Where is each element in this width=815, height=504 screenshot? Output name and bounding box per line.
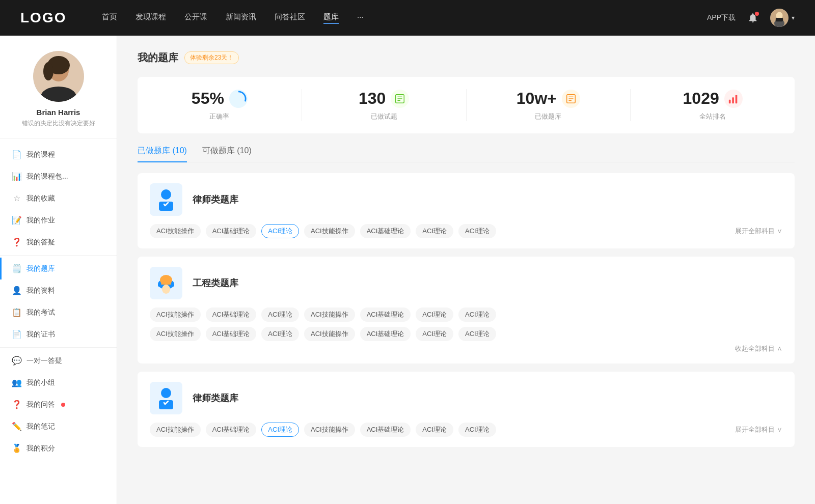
sidebar-item-homework[interactable]: 📝 我的作业: [0, 209, 117, 231]
collapse-link-2[interactable]: 收起全部科目 ∧: [150, 344, 782, 353]
expand-link-1[interactable]: 展开全部科目 ∨: [735, 227, 782, 236]
tag[interactable]: ACI技能操作: [150, 423, 201, 437]
done-banks-icon: [562, 90, 580, 108]
nav-questionbank[interactable]: 题库: [323, 12, 339, 24]
sidebar-item-group[interactable]: 👥 我的小组: [0, 372, 117, 394]
accuracy-value: 55%: [192, 89, 224, 108]
svg-point-22: [161, 189, 171, 200]
tag[interactable]: ACI基础理论: [206, 307, 257, 322]
cert-icon: 📄: [12, 329, 21, 339]
qbank2-tags-row2: ACI技能操作 ACI基础理论 ACI理论 ACI技能操作 ACI基础理论 AC…: [150, 327, 782, 341]
tag[interactable]: ACI理论: [261, 327, 299, 341]
svg-rect-31: [159, 400, 173, 409]
nav-courses[interactable]: 发现课程: [135, 12, 166, 24]
tag[interactable]: ACI基础理论: [206, 224, 257, 238]
tag[interactable]: ACI理论: [416, 224, 453, 238]
logo[interactable]: LOGO: [20, 10, 71, 26]
done-questions-value: 130: [359, 89, 386, 108]
sidebar-item-courses[interactable]: 📄 我的课程: [0, 144, 117, 165]
svg-point-30: [161, 388, 171, 398]
nav-news[interactable]: 新闻资讯: [226, 12, 256, 24]
avatar: [770, 9, 789, 27]
tag[interactable]: ACI技能操作: [150, 307, 201, 322]
tag[interactable]: ACI基础理论: [206, 423, 257, 437]
tag[interactable]: ACI技能操作: [304, 307, 355, 322]
tag[interactable]: ACI基础理论: [360, 423, 411, 437]
profile-motto: 错误的决定比没有决定要好: [22, 119, 95, 128]
chat-icon: 💬: [12, 356, 21, 366]
tag-active[interactable]: ACI理论: [261, 224, 299, 238]
question-icon: ❓: [12, 237, 21, 247]
tag[interactable]: ACI技能操作: [304, 327, 355, 341]
trial-badge: 体验剩余23天！: [184, 51, 239, 64]
sidebar-item-cert[interactable]: 📄 我的证书: [0, 323, 117, 345]
qbank3-tags: ACI技能操作 ACI基础理论 ACI理论 ACI技能操作 ACI基础理论 AC…: [150, 423, 782, 437]
sidebar-item-coursepack[interactable]: 📊 我的课程包...: [0, 165, 117, 187]
tag-active[interactable]: ACI理论: [261, 423, 299, 437]
tag[interactable]: ACI基础理论: [360, 224, 411, 238]
tag[interactable]: ACI技能操作: [150, 327, 201, 341]
svg-point-8: [43, 62, 53, 80]
tag[interactable]: ACI技能操作: [150, 224, 201, 238]
done-banks-label: 已做题库: [535, 112, 561, 121]
stat-ranking: 1029 全站排名: [631, 89, 795, 121]
notification-bell[interactable]: [746, 11, 760, 25]
profile-name: Brian Harris: [37, 108, 80, 117]
page-header: 我的题库 体验剩余23天！: [138, 51, 795, 65]
tag[interactable]: ACI基础理论: [206, 327, 257, 341]
tag[interactable]: ACI理论: [458, 423, 496, 437]
ranking-label: 全站排名: [699, 112, 726, 121]
app-download[interactable]: APP下载: [707, 13, 736, 22]
homework-icon: 📝: [12, 215, 21, 225]
tab-available[interactable]: 可做题库 (10): [202, 146, 252, 162]
expand-link-3[interactable]: 展开全部科目 ∨: [735, 425, 782, 434]
tag[interactable]: ACI技能操作: [304, 423, 355, 437]
tag[interactable]: ACI基础理论: [360, 327, 411, 341]
sidebar-item-questions[interactable]: ❓ 我的答疑: [0, 231, 117, 253]
coursepack-icon: 📊: [12, 172, 21, 181]
sidebar-item-points[interactable]: 🏅 我的积分: [0, 437, 117, 459]
nav-qa[interactable]: 问答社区: [275, 12, 305, 24]
main-content: 我的题库 体验剩余23天！ 55% 正确率: [117, 36, 815, 504]
profile-icon: 👤: [12, 286, 21, 295]
stat-done-banks: 10w+ 已做题库: [467, 89, 631, 121]
qbank-card-3: 律师类题库 ACI技能操作 ACI基础理论 ACI理论 ACI技能操作 ACI基…: [138, 372, 795, 447]
tag[interactable]: ACI理论: [458, 224, 496, 238]
tab-done[interactable]: 已做题库 (10): [138, 146, 187, 162]
tag[interactable]: ACI理论: [261, 307, 299, 322]
tag[interactable]: ACI基础理论: [360, 307, 411, 322]
tag[interactable]: ACI理论: [416, 307, 453, 322]
nav-home[interactable]: 首页: [102, 12, 117, 24]
tag[interactable]: ACI技能操作: [304, 224, 355, 238]
sidebar-item-myqa[interactable]: ❓ 我的问答: [0, 394, 117, 415]
svg-point-29: [162, 285, 170, 294]
tag[interactable]: ACI理论: [416, 423, 453, 437]
qbank-tabs: 已做题库 (10) 可做题库 (10): [138, 146, 795, 163]
qbank-name-2: 工程类题库: [193, 277, 238, 289]
svg-rect-20: [732, 97, 734, 103]
qbank-icon: 🗒️: [12, 264, 21, 273]
sidebar-item-profile[interactable]: 👤 我的资料: [0, 279, 117, 301]
sidebar-item-exam[interactable]: 📋 我的考试: [0, 301, 117, 323]
qbank-name-1: 律师类题库: [193, 193, 238, 206]
user-avatar-wrap[interactable]: ▾: [770, 9, 795, 27]
svg-rect-3: [776, 18, 783, 21]
sidebar-item-questionbank[interactable]: 🗒️ 我的题库: [0, 258, 117, 279]
nav-open[interactable]: 公开课: [184, 12, 207, 24]
svg-rect-21: [735, 95, 737, 103]
stat-done-questions: 130 已做试题: [302, 89, 467, 121]
tag[interactable]: ACI理论: [416, 327, 453, 341]
svg-rect-19: [729, 99, 731, 103]
stat-accuracy: 55% 正确率: [138, 89, 302, 121]
sidebar-item-favorites[interactable]: ☆ 我的收藏: [0, 187, 117, 209]
nav-menu: 首页 发现课程 公开课 新闻资讯 问答社区 题库 ···: [102, 12, 707, 24]
done-questions-label: 已做试题: [371, 112, 397, 121]
myqa-icon: ❓: [12, 400, 21, 409]
tag[interactable]: ACI理论: [458, 327, 496, 341]
qbank-card-1: 律师类题库 ACI技能操作 ACI基础理论 ACI理论 ACI技能操作 ACI基…: [138, 173, 795, 248]
sidebar-item-1on1[interactable]: 💬 一对一答疑: [0, 350, 117, 372]
navbar: LOGO 首页 发现课程 公开课 新闻资讯 问答社区 题库 ··· APP下载 …: [0, 0, 815, 36]
tag[interactable]: ACI理论: [458, 307, 496, 322]
sidebar-item-notes[interactable]: ✏️ 我的笔记: [0, 415, 117, 437]
nav-more[interactable]: ···: [357, 12, 364, 24]
